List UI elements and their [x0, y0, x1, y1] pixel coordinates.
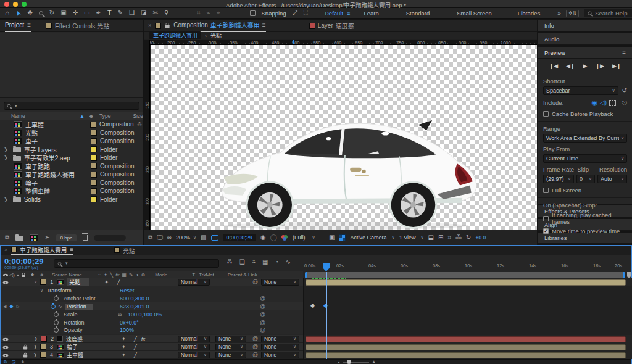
property-pickwhip-icon[interactable]: @ [260, 312, 265, 318]
region-of-interest-icon[interactable] [211, 235, 218, 241]
property-row-position[interactable]: ◀ ◆ ▷ ∿ Position 623.0,301.0 @ [1, 302, 303, 310]
transform-label[interactable]: Transform [46, 287, 72, 294]
workspace-tab-libraries[interactable]: Libraries [505, 10, 552, 17]
close-tab-icon[interactable]: × [4, 247, 7, 253]
hide-shy-layers-icon[interactable]: ⍨ [252, 259, 256, 265]
view-layout-dropdown[interactable]: 1 View∨ [399, 234, 424, 241]
quality-switch[interactable]: ╱ [117, 279, 120, 285]
viewer-stage[interactable] [151, 45, 537, 230]
layer-label-swatch[interactable] [40, 279, 46, 285]
camera-dropdown[interactable]: Active Camera∨ [350, 234, 394, 241]
layer-row-4[interactable]: ❯ 4 主車體 ✦ ╱ Normal∨ None∨ @ None∨ [1, 351, 303, 359]
full-screen-checkbox[interactable] [543, 188, 549, 193]
column-name[interactable]: Name [11, 113, 25, 119]
new-folder-icon[interactable] [15, 236, 23, 241]
label-swatch[interactable] [91, 130, 97, 136]
exposure-value[interactable]: +0.0 [475, 234, 486, 241]
motion-blur-icon[interactable]: ◔ [275, 259, 278, 265]
composition-mini-flowchart-icon[interactable]: ⁂ [227, 259, 233, 265]
last-frame-button[interactable]: ▶❙ [612, 63, 621, 69]
workspace-tab-learn[interactable]: Learn [350, 10, 392, 17]
expand-transfer-pane-icon[interactable]: ◲ [12, 360, 16, 364]
resolution-sidebar-dropdown[interactable]: Auto∨ [597, 175, 627, 183]
group-expand-arrow[interactable]: ∨ [40, 288, 43, 293]
layer-name[interactable]: 主車體 [67, 351, 83, 359]
trkmat-dropdown[interactable]: None∨ [215, 344, 246, 350]
lock-icon[interactable] [165, 25, 170, 28]
world-axis-mode-icon[interactable]: ⌁ [207, 10, 210, 16]
pixel-aspect-icon[interactable]: ⊞ [438, 234, 443, 241]
breadcrumb-comp[interactable]: 車子跑跑鐵人賽用 [149, 31, 201, 39]
sort-arrow-icon[interactable]: ▲ [80, 114, 85, 119]
rotate-tool-icon[interactable]: ↻ [49, 10, 54, 16]
property-value[interactable]: 100.0,100.0% [128, 312, 162, 318]
project-row-folder[interactable]: ❯ Solids Folder [0, 196, 143, 204]
tab-effect-controls[interactable]: Effect Controls 光點 [46, 21, 109, 30]
flowchart-icon[interactable]: ⁂ [137, 122, 143, 127]
tab-project[interactable]: Project ≡ [5, 20, 31, 32]
next-frame-button[interactable]: ❙▶ [595, 63, 604, 69]
layer-expand-arrow[interactable]: ❯ [33, 352, 37, 357]
draft-3d-icon[interactable]: ❑ [239, 259, 245, 265]
quality-switch[interactable]: ╱ [134, 352, 137, 358]
panel-menu-icon[interactable]: ≡ [622, 49, 626, 56]
goggles-icon[interactable]: ∞ [167, 234, 172, 241]
effects-badge[interactable]: fx [141, 336, 145, 342]
pen-tool-icon[interactable]: ✒ [96, 10, 101, 16]
project-row-folder[interactable]: ❯ 車子 Layers Folder [0, 146, 143, 154]
adjustment-icon[interactable]: ➣ [44, 234, 49, 241]
zoom-tool-icon[interactable] [39, 11, 43, 15]
hand-tool-icon[interactable]: ✥ [27, 10, 32, 16]
project-row-comp[interactable]: 車子 Composition [0, 137, 143, 146]
stopwatch-icon[interactable] [54, 296, 59, 301]
trkmat-dropdown[interactable]: None∨ [215, 336, 246, 342]
property-value[interactable]: 100% [120, 327, 134, 333]
move-time-checkbox[interactable] [543, 228, 549, 234]
pan-behind-tool-icon[interactable]: ✛ [73, 10, 78, 16]
project-row-comp[interactable]: 光點 Composition [0, 129, 143, 138]
resolution-dropdown[interactable]: (Full)∨ [293, 234, 325, 241]
share-view-icon[interactable]: ⬓ [428, 234, 434, 241]
monitor-icon[interactable]: 🖵 [157, 234, 163, 241]
timeline-zoom-control[interactable]: ▲ ▲ [337, 359, 376, 364]
layer-name[interactable]: 速度感 [66, 335, 83, 343]
collapse-switch[interactable]: ✦ [122, 336, 126, 342]
comp-marker-bin[interactable] [627, 272, 631, 278]
label-swatch[interactable] [91, 196, 97, 202]
expand-arrow-icon[interactable]: ❯ [4, 197, 8, 202]
parent-dropdown[interactable]: None∨ [261, 279, 299, 286]
layer-row-3[interactable]: ❯ 3 輪子 ✦ ╱ Normal∨ None∨ @ None∨ [1, 343, 303, 351]
parent-dropdown[interactable]: None∨ [261, 352, 299, 358]
multi-view-icon[interactable]: ⧉ [148, 234, 152, 241]
label-swatch[interactable] [91, 172, 97, 178]
blend-mode-dropdown[interactable]: Normal∨ [178, 352, 210, 358]
layer-expand-arrow[interactable]: ∨ [34, 279, 37, 284]
tab-layer[interactable]: Layer 速度感 [309, 21, 354, 30]
tab-composition[interactable]: Composition 車子跑跑鐵人賽用 ≡ [173, 20, 265, 32]
view-axis-mode-icon[interactable]: ⌖ [217, 10, 220, 16]
property-pickwhip-icon[interactable]: @ [260, 296, 265, 302]
skip-dropdown[interactable]: 0∨ [576, 175, 595, 183]
help-search[interactable]: Search Help [584, 9, 632, 17]
layer-visibility-toggle[interactable] [3, 352, 9, 357]
project-row-comp[interactable]: 車子跑跑鐵人賽用 Composition [0, 170, 143, 179]
panel-menu-icon[interactable]: ≡ [27, 22, 31, 28]
label-swatch[interactable] [91, 180, 97, 186]
layer-row-2[interactable]: ❯ 2 速度感 ✦ ╱ fx Normal∨ None∨ @ None∨ [1, 335, 303, 343]
breadcrumb-layer[interactable]: 光點 [210, 31, 222, 39]
prev-keyframe-button[interactable]: ◀ [3, 304, 6, 309]
shape-tool-icon[interactable]: ▭ [84, 10, 89, 16]
timeline-timecode[interactable]: 0;00;00;29 [4, 257, 44, 266]
parent-pickwhip-icon[interactable]: @ [252, 352, 258, 358]
expand-switches-pane-icon[interactable]: ⧉ [4, 360, 7, 364]
play-from-dropdown[interactable]: Current Time∨ [543, 154, 627, 163]
label-swatch[interactable] [91, 138, 97, 144]
layer-visibility-toggle[interactable] [3, 336, 9, 341]
puppet-pin-tool-icon[interactable]: ⚲ [164, 10, 168, 16]
snap-angle-icon[interactable]: ⤢ [293, 10, 297, 16]
magnification-dropdown[interactable]: 200%∨ [176, 234, 196, 241]
property-row-anchor-point[interactable]: Anchor Point 600.0,300.0 @ [1, 294, 303, 302]
column-size[interactable]: Size [133, 113, 143, 119]
work-area-end-handle[interactable] [623, 272, 625, 278]
column-trkmat[interactable]: TrkMat [199, 272, 214, 278]
